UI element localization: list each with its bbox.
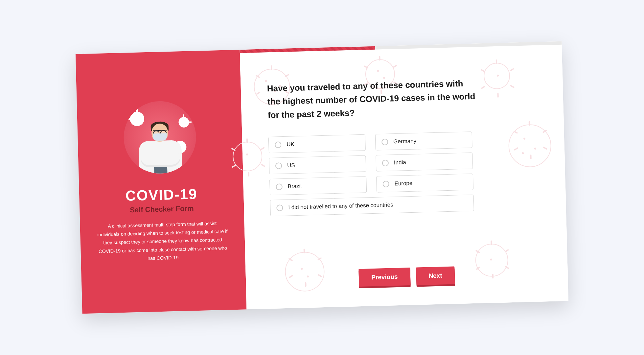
radio-icon <box>382 160 389 167</box>
option-india[interactable]: India <box>376 153 473 172</box>
form-panel: Have you traveled to any of these countr… <box>240 41 568 309</box>
option-label: India <box>394 159 406 166</box>
option-label: I did not travelled to any of these coun… <box>288 201 393 211</box>
option-uk[interactable]: UK <box>268 134 366 153</box>
question-text: Have you traveled to any of these countr… <box>267 77 478 122</box>
option-germany[interactable]: Germany <box>375 131 472 151</box>
radio-icon <box>276 183 283 190</box>
doctor-icon <box>136 117 184 174</box>
radio-icon <box>382 181 389 188</box>
option-us[interactable]: US <box>269 155 366 174</box>
option-none[interactable]: I did not travelled to any of these coun… <box>270 195 474 216</box>
form-card: COVID-19 Self Checker Form A clinical as… <box>76 41 568 314</box>
sidebar-panel: COVID-19 Self Checker Form A clinical as… <box>76 50 247 314</box>
progress-fill <box>240 46 375 53</box>
radio-icon <box>275 141 282 148</box>
next-button[interactable]: Next <box>416 267 455 285</box>
doctor-illustration <box>123 100 197 175</box>
option-europe[interactable]: Europe <box>376 174 473 193</box>
app-title: COVID-19 <box>125 186 197 204</box>
app-subtitle: Self Checker Form <box>130 204 194 214</box>
background-virus-icon <box>508 124 552 168</box>
radio-icon <box>276 204 283 211</box>
progress-bar <box>240 41 562 53</box>
option-label: Europe <box>394 180 412 187</box>
nav-buttons: Previous Next <box>271 251 541 289</box>
option-label: Germany <box>393 138 416 145</box>
option-label: UK <box>287 141 294 148</box>
previous-button[interactable]: Previous <box>359 268 411 287</box>
option-label: Brazil <box>288 183 302 190</box>
option-brazil[interactable]: Brazil <box>269 176 367 195</box>
options-group: UK Germany US India Brazil Europe <box>268 131 474 216</box>
app-description: A clinical assessment multi-step form th… <box>96 219 229 264</box>
option-label: US <box>287 162 295 169</box>
background-virus-icon <box>483 62 510 89</box>
radio-icon <box>275 162 282 169</box>
radio-icon <box>381 139 388 146</box>
